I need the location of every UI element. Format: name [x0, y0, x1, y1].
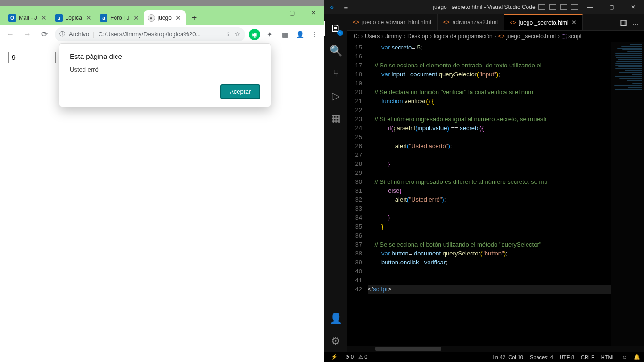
- activity-account-icon[interactable]: 👤: [324, 308, 347, 329]
- code-line[interactable]: [368, 106, 611, 115]
- vs-close-button[interactable]: ✕: [622, 0, 644, 14]
- code-editor[interactable]: 1516171819202122232425262728293031323334…: [347, 42, 644, 346]
- forward-button[interactable]: →: [21, 28, 34, 41]
- breadcrumb-segment[interactable]: Desktop: [407, 33, 428, 40]
- code-line[interactable]: function verificar() {: [368, 97, 611, 106]
- layout-control-icons[interactable]: [538, 4, 578, 10]
- code-line[interactable]: [368, 150, 611, 159]
- code-line[interactable]: if(parseInt(input.value) == secreto){: [368, 123, 611, 132]
- activity-scm-icon[interactable]: ⑂: [324, 63, 347, 84]
- code-line[interactable]: [368, 231, 611, 240]
- vs-minimize-button[interactable]: —: [579, 0, 601, 14]
- new-tab-button[interactable]: +: [188, 11, 201, 25]
- side-panel-icon[interactable]: ▥: [279, 29, 290, 40]
- code-content[interactable]: var secreto= 5; // Se selecciona el elem…: [368, 42, 611, 346]
- minimap[interactable]: [611, 42, 644, 346]
- code-line[interactable]: [368, 276, 611, 285]
- browser-tab[interactable]: aLógica✕: [51, 10, 96, 25]
- browser-tab[interactable]: aForo | J✕: [96, 10, 143, 25]
- code-line[interactable]: }: [368, 159, 611, 168]
- code-line[interactable]: }: [368, 222, 611, 231]
- language-mode[interactable]: HTML: [601, 354, 615, 360]
- editor-tab[interactable]: <>juego _secreto.html✕: [504, 14, 583, 30]
- code-line[interactable]: else{: [368, 186, 611, 195]
- back-button[interactable]: ←: [4, 28, 17, 41]
- code-line[interactable]: [368, 132, 611, 141]
- profile-avatar-icon[interactable]: 👤: [294, 29, 305, 40]
- bookmark-star-icon[interactable]: ☆: [235, 31, 240, 38]
- warnings-count[interactable]: ⚠ 0: [358, 354, 367, 360]
- breadcrumb-segment[interactable]: <> juego _secreto.html: [498, 33, 556, 40]
- code-line[interactable]: // Se declara un función "verificar" la …: [368, 88, 611, 97]
- site-info-icon[interactable]: ⓘ: [59, 30, 65, 38]
- activity-settings-icon[interactable]: ⚙: [324, 331, 347, 352]
- breadcrumb-segment[interactable]: logica de programación: [434, 33, 493, 40]
- code-line[interactable]: // Sí el número ingresado es igual al nú…: [368, 115, 611, 123]
- tab-close-icon[interactable]: ✕: [132, 14, 140, 22]
- browser-tab[interactable]: OMail - J✕: [5, 10, 51, 25]
- maximize-button[interactable]: ▢: [281, 6, 303, 20]
- code-line[interactable]: [368, 267, 611, 276]
- indent-setting[interactable]: Spaces: 4: [530, 354, 553, 360]
- notifications-bell-icon[interactable]: 🔔: [634, 354, 640, 360]
- activity-extensions-icon[interactable]: ▦: [324, 108, 347, 129]
- minimize-button[interactable]: —: [259, 6, 281, 20]
- customize-layout-icon[interactable]: [571, 4, 578, 10]
- code-line[interactable]: }: [368, 213, 611, 222]
- code-line[interactable]: var input= document.querySelector("input…: [368, 70, 611, 79]
- tab-close-icon[interactable]: ✕: [85, 14, 92, 22]
- tab-close-icon[interactable]: ✕: [174, 14, 182, 22]
- toggle-panel-left-icon[interactable]: [538, 4, 545, 10]
- breadcrumb-segment[interactable]: ⬚ script: [561, 33, 582, 40]
- eol[interactable]: CRLF: [581, 354, 594, 360]
- more-actions-icon[interactable]: …: [632, 18, 639, 26]
- activity-search-icon[interactable]: 🔍: [324, 41, 347, 61]
- app-menu-button[interactable]: ≡: [340, 3, 352, 11]
- line-number: 36: [347, 231, 362, 240]
- chrome-menu-icon[interactable]: ⋮: [309, 29, 321, 40]
- alert-ok-button[interactable]: Aceptar: [220, 84, 260, 99]
- breadcrumbs[interactable]: C:›Users›Jimmy›Desktop›logica de program…: [347, 31, 644, 42]
- tab-close-icon[interactable]: ✕: [571, 19, 577, 26]
- horizontal-scrollbar[interactable]: [347, 346, 644, 352]
- scrollbar-thumb[interactable]: [375, 347, 441, 351]
- breadcrumb-segment[interactable]: C:: [354, 33, 359, 40]
- editor-tab[interactable]: <>juego de adivinar_html.html: [347, 14, 438, 30]
- code-line[interactable]: // Se selecciona el botón utilizando el …: [368, 240, 611, 249]
- code-line[interactable]: [368, 204, 611, 213]
- vs-maximize-button[interactable]: ▢: [601, 0, 622, 14]
- remote-indicator-icon[interactable]: ⚡: [328, 353, 340, 361]
- code-line[interactable]: [368, 168, 611, 177]
- code-line[interactable]: alert("Usted acertó");: [368, 141, 611, 150]
- errors-count[interactable]: ⊘ 0: [345, 354, 354, 360]
- cursor-position[interactable]: Ln 42, Col 10: [493, 354, 523, 360]
- extensions-icon[interactable]: ✦: [264, 29, 275, 40]
- breadcrumb-segment[interactable]: Jimmy: [385, 33, 402, 40]
- code-line[interactable]: </script>: [368, 285, 611, 294]
- encoding[interactable]: UTF-8: [560, 354, 574, 360]
- editor-tab[interactable]: <>adivinanzas2.html: [438, 14, 504, 30]
- close-button[interactable]: ✕: [303, 6, 324, 20]
- tab-close-icon[interactable]: ✕: [40, 14, 48, 22]
- code-line[interactable]: // Se selecciona el elemento de entrada …: [368, 61, 611, 70]
- toggle-panel-right-icon[interactable]: [560, 4, 567, 10]
- toggle-panel-bottom-icon[interactable]: [549, 4, 556, 10]
- share-icon[interactable]: ⇪: [226, 31, 231, 38]
- breadcrumb-segment[interactable]: Users: [365, 33, 380, 40]
- code-line[interactable]: alert("Usted erró");: [368, 195, 611, 204]
- split-editor-icon[interactable]: ▥: [620, 18, 627, 27]
- code-line[interactable]: var secreto= 5;: [368, 43, 611, 52]
- activity-run-icon[interactable]: ▷: [324, 86, 347, 107]
- code-line[interactable]: button.onclick= verificar;: [368, 258, 611, 267]
- feedback-icon[interactable]: ☺: [622, 354, 627, 360]
- browser-tab[interactable]: ●juego✕: [144, 10, 186, 25]
- activity-explorer-icon[interactable]: 🗎1: [324, 18, 347, 39]
- guess-input[interactable]: [8, 52, 56, 63]
- grammarly-extension-icon[interactable]: ◉: [249, 29, 260, 40]
- code-line[interactable]: // Sí el número ingresado es diferente a…: [368, 177, 611, 186]
- code-line[interactable]: [368, 52, 611, 61]
- code-line[interactable]: [368, 79, 611, 88]
- address-bar[interactable]: ⓘ Archivo | C:/Users/Jimmy/Desktop/logic…: [55, 27, 245, 41]
- reload-button[interactable]: ⟳: [38, 28, 51, 41]
- code-line[interactable]: var button= document.querySelector("butt…: [368, 249, 611, 258]
